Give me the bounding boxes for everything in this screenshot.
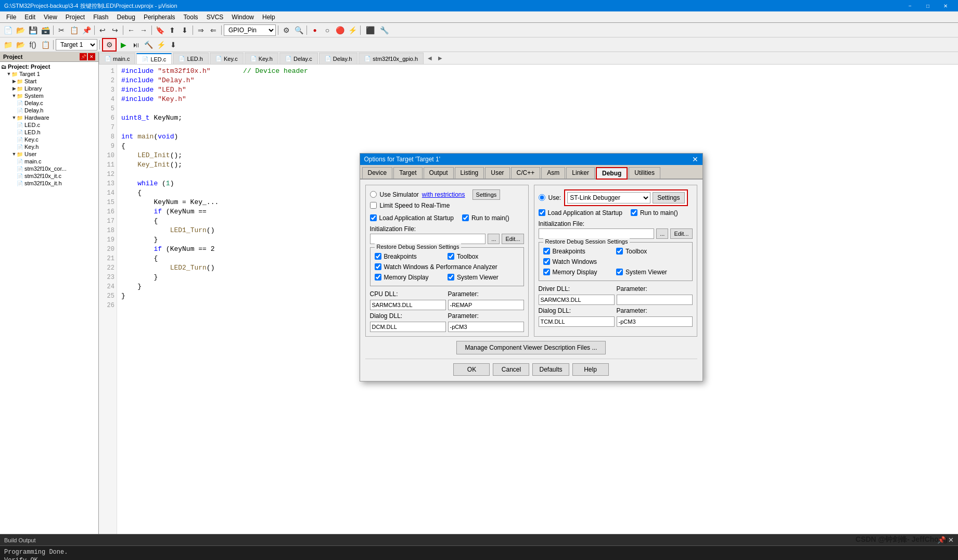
menu-tools[interactable]: Tools	[180, 11, 202, 22]
prev-bookmark-btn[interactable]: ⬆	[167, 24, 178, 36]
undo-btn[interactable]: ↩	[97, 24, 108, 36]
tree-start[interactable]: ▶ 📁 Start	[1, 78, 97, 85]
menu-svcs[interactable]: SVCS	[202, 11, 228, 22]
run-to-main-check[interactable]	[462, 214, 469, 221]
help-btn[interactable]: Help	[572, 363, 609, 376]
debug-start-btn[interactable]: ▶	[118, 39, 129, 50]
dialog-param-input[interactable]	[448, 322, 524, 332]
driver-dll-input[interactable]	[539, 295, 615, 305]
driver-param-input[interactable]	[617, 295, 693, 305]
tree-led-h[interactable]: 📄 LED.h	[1, 129, 97, 136]
menu-edit[interactable]: Edit	[20, 11, 40, 22]
tab-main-c[interactable]: 📄 main.c	[99, 53, 135, 64]
tab-delay-c[interactable]: 📄 Delay.c	[279, 53, 318, 64]
tree-key-h[interactable]: 📄 Key.h	[1, 143, 97, 150]
menu-help[interactable]: Help	[258, 11, 279, 22]
menu-debug[interactable]: Debug	[113, 11, 139, 22]
proj-btn[interactable]: 📁	[2, 39, 14, 50]
tree-stm32-it-c[interactable]: 📄 stm32f10x_it.c	[1, 172, 97, 180]
paste-btn[interactable]: 📌	[81, 24, 92, 36]
tab-linker[interactable]: Linker	[566, 167, 595, 179]
build2-btn[interactable]: 🔨	[143, 39, 154, 50]
menu-flash[interactable]: Flash	[89, 11, 112, 22]
menu-file[interactable]: File	[2, 11, 20, 22]
menu-window[interactable]: Window	[227, 11, 258, 22]
tree-root[interactable]: 🗂 Project: Project	[1, 63, 97, 70]
init-edit-btn[interactable]: Edit...	[502, 234, 523, 244]
build-btn[interactable]: ⚙	[280, 24, 292, 36]
target-dropdown[interactable]: Target 1	[56, 39, 97, 50]
save-btn[interactable]: 💾	[27, 24, 39, 36]
files-btn[interactable]: 📂	[15, 39, 26, 50]
gpio-pin-dropdown[interactable]: GPIO_Pin	[224, 24, 276, 36]
cancel-btn[interactable]: Cancel	[493, 363, 529, 376]
redo-btn[interactable]: ↪	[109, 24, 121, 36]
panel-close-btn[interactable]: ✕	[88, 53, 95, 60]
dialog-close-btn[interactable]: ✕	[692, 156, 698, 163]
expand-icon[interactable]: ▼	[11, 115, 17, 120]
menu-project[interactable]: Project	[61, 11, 89, 22]
ok-btn[interactable]: OK	[453, 363, 490, 376]
tab-utilities[interactable]: Utilities	[629, 167, 660, 179]
defaults-btn[interactable]: Defaults	[532, 363, 569, 376]
memory-display-check-r[interactable]	[543, 269, 550, 275]
outdent-btn[interactable]: ⇐	[208, 24, 219, 36]
cpu-dll-input[interactable]	[370, 300, 446, 310]
tree-main-c[interactable]: 📄 main.c	[1, 158, 97, 165]
debug-red-btn[interactable]: ●	[309, 24, 321, 36]
bookmark-btn[interactable]: 🔖	[154, 24, 165, 36]
tab-device[interactable]: Device	[362, 167, 393, 179]
init-file-input[interactable]	[370, 234, 486, 244]
init-file-input-r[interactable]	[539, 228, 655, 239]
tab-listing[interactable]: Listing	[455, 167, 484, 179]
func-btn[interactable]: f()	[27, 39, 39, 50]
search-btn[interactable]: 🔍	[293, 24, 304, 36]
tree-led-c[interactable]: 📄 LED.c	[1, 121, 97, 129]
tab-output[interactable]: Output	[424, 167, 454, 179]
panel-close-btn2[interactable]: ✕	[948, 536, 954, 544]
tab-key-h[interactable]: 📄 Key.h	[245, 53, 278, 64]
flash3-btn[interactable]: ⬇	[168, 39, 179, 50]
sim-settings-btn[interactable]: Settings	[472, 189, 501, 200]
sim-link[interactable]: with restrictions	[422, 191, 465, 198]
init-browse-btn-r[interactable]: ...	[656, 228, 668, 239]
toolbox-check[interactable]	[448, 253, 454, 260]
debug-stop-btn[interactable]: 🔴	[334, 24, 346, 36]
watch-windows-check-r[interactable]	[543, 258, 550, 265]
tab-nav-next[interactable]: ▶	[435, 52, 445, 64]
tab-led-c[interactable]: 📄 LED.c	[136, 53, 172, 65]
tab-user[interactable]: User	[485, 167, 509, 179]
tree-delay-c[interactable]: 📄 Delay.c	[1, 99, 97, 107]
toolbox-check-r[interactable]	[616, 248, 623, 254]
menu-peripherals[interactable]: Peripherals	[139, 11, 180, 22]
new-file-btn[interactable]: 📄	[2, 24, 14, 36]
tab-delay-h[interactable]: 📄 Delay.h	[319, 53, 357, 64]
tmpl-btn[interactable]: 📋	[40, 39, 51, 50]
tab-cpp[interactable]: C/C++	[511, 167, 541, 179]
load-app-check-r[interactable]	[539, 209, 545, 216]
manage-component-btn[interactable]: Manage Component Viewer Description File…	[456, 341, 606, 354]
panel-pin-btn[interactable]: 📌	[80, 53, 87, 60]
tree-target1[interactable]: ▼ 📁 Target 1	[1, 70, 97, 78]
next-bookmark-btn[interactable]: ⬇	[179, 24, 190, 36]
expand-icon[interactable]: ▼	[11, 93, 17, 98]
tools-btn[interactable]: 🔧	[378, 24, 390, 36]
tree-key-c[interactable]: 📄 Key.c	[1, 136, 97, 143]
tab-debug[interactable]: Debug	[596, 167, 628, 180]
cpu-param-input[interactable]	[448, 300, 524, 310]
save-all-btn[interactable]: 🗃️	[40, 24, 51, 36]
tree-library[interactable]: ▶ 📁 Library	[1, 85, 97, 92]
memory-display-check[interactable]	[375, 274, 381, 281]
tree-stm32-it-h[interactable]: 📄 stm32f10x_it.h	[1, 180, 97, 187]
tab-key-c[interactable]: 📄 Key.c	[210, 53, 244, 64]
tab-nav-prev[interactable]: ◀	[425, 52, 435, 64]
settings-btn[interactable]: ⬛	[363, 24, 377, 36]
load-app-check[interactable]	[370, 214, 377, 221]
system-viewer-check-r[interactable]	[616, 269, 623, 275]
maximize-button[interactable]: □	[919, 1, 936, 11]
tab-led-h[interactable]: 📄 LED.h	[173, 53, 209, 64]
flash2-btn[interactable]: ⚡	[155, 39, 167, 50]
watch-perf-check[interactable]	[375, 263, 381, 270]
open-btn[interactable]: 📂	[15, 24, 26, 36]
tree-stm32-cor[interactable]: 📄 stm32f10x_cor...	[1, 165, 97, 172]
